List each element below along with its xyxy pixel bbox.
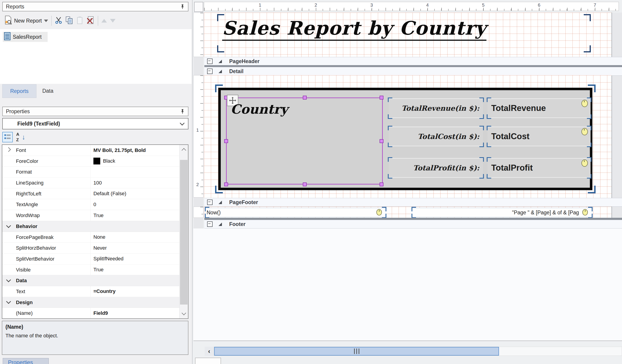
field-totalrevenue[interactable]: TotalRevenue <box>487 98 591 118</box>
label-totalprofit[interactable]: TotalProfit(in $): <box>389 158 483 178</box>
left-panel: Reports New Report <box>0 0 193 364</box>
property-row-wordwrap[interactable]: WordWrap True <box>2 210 188 221</box>
collapse-band-icon[interactable] <box>207 221 213 227</box>
collapse-band-icon[interactable] <box>207 69 213 74</box>
alphabetical-sort-icon[interactable]: AZ↓ <box>16 132 26 142</box>
toolbar-separator <box>51 16 52 26</box>
scroll-down-arrow[interactable] <box>179 309 188 318</box>
property-row-textangle[interactable]: TextAngle 0 <box>2 199 188 210</box>
resize-handle[interactable] <box>224 139 228 143</box>
property-row-forcepagebreak[interactable]: ForcePageBreak None <box>2 232 188 243</box>
label-totalcost[interactable]: TotalCost(in $): <box>389 127 483 146</box>
band-separator[interactable] <box>204 65 622 67</box>
collapse-icon[interactable] <box>6 299 11 304</box>
ruler-corner-box <box>194 2 203 12</box>
panel-tabs: Reports Data <box>0 84 192 98</box>
property-row-name[interactable]: (Name) Field9 <box>2 308 188 319</box>
property-row-font[interactable]: Font MV Boli, 21.75pt, Bold <box>2 145 188 156</box>
band-header-detail[interactable]: Detail <box>204 67 622 76</box>
data-binding-icon <box>582 159 588 167</box>
reports-panel-title: Reports <box>6 4 24 10</box>
paste-icon <box>76 16 83 25</box>
report-title-field[interactable]: Sales Report by Country <box>222 18 486 41</box>
report-designer-window: Reports New Report <box>0 0 622 364</box>
field-totalcost[interactable]: TotalCost <box>487 127 591 146</box>
move-down-icon <box>110 19 116 22</box>
list-item-salesreport[interactable]: SalesReport <box>3 32 48 42</box>
category-row-behavior[interactable]: Behavior <box>2 221 188 232</box>
band-header-pageheader[interactable]: PageHeader <box>204 57 622 66</box>
object-selector-dropdown[interactable]: Field9 (TextField) <box>2 118 188 129</box>
now-field[interactable]: Now() <box>206 208 386 217</box>
data-binding-icon <box>582 209 588 215</box>
resize-handle[interactable] <box>380 139 384 143</box>
collapse-band-icon[interactable] <box>207 200 213 205</box>
reports-toolbar: New Report <box>0 12 192 29</box>
label-totalrevenue[interactable]: TotalRevenue(in $): <box>389 98 483 118</box>
property-row-forecolor[interactable]: ForeColor Black <box>2 156 188 167</box>
chevron-down-icon <box>180 120 185 125</box>
page-right-margin <box>612 13 622 218</box>
property-description-pane: (Name) The name of the object. <box>2 321 188 355</box>
scroll-up-arrow[interactable] <box>179 145 188 154</box>
reports-panel-header: Reports <box>2 2 188 11</box>
band-triangle-icon <box>218 60 222 63</box>
country-field-text: Country <box>231 102 288 117</box>
color-swatch <box>93 158 100 164</box>
report-document-icon <box>4 32 10 42</box>
new-report-button[interactable]: New Report <box>4 16 48 26</box>
toolbar-separator <box>98 16 98 26</box>
horizontal-scrollbar-thumb[interactable] <box>214 347 499 356</box>
band-triangle-icon <box>218 223 222 226</box>
pin-icon[interactable] <box>180 4 185 9</box>
property-row-splithorzbehavior[interactable]: SplitHorzBehavior Never <box>2 243 188 253</box>
properties-panel-title: Properties <box>6 108 30 115</box>
resize-handle[interactable] <box>303 182 307 186</box>
vertical-ruler: 1 2 <box>194 13 203 229</box>
band-header-footer[interactable]: Footer <box>204 220 622 229</box>
property-row-linespacing[interactable]: LineSpacing 100 <box>2 177 188 188</box>
collapse-icon[interactable] <box>6 223 11 228</box>
tab-properties-bottom[interactable]: Properties <box>3 358 49 364</box>
band-separator[interactable] <box>204 218 622 220</box>
scrollbar-thumb[interactable] <box>180 160 188 305</box>
new-report-label: New Report <box>14 18 42 24</box>
category-row-design[interactable]: Design <box>2 297 188 308</box>
property-row-text[interactable]: Text =Country <box>2 286 188 297</box>
resize-handle[interactable] <box>224 182 228 186</box>
properties-panel-header: Properties <box>2 107 188 116</box>
tab-data[interactable]: Data <box>37 84 59 97</box>
selected-object-label: Field9 (TextField) <box>17 121 60 127</box>
resize-handle[interactable] <box>380 96 384 99</box>
move-up-icon <box>101 19 107 22</box>
resize-handle[interactable] <box>303 96 307 99</box>
property-grid-scrollbar[interactable] <box>179 145 188 318</box>
tab-reports[interactable]: Reports <box>2 84 37 98</box>
categorized-view-icon[interactable] <box>2 132 13 142</box>
resize-handle[interactable] <box>380 182 384 186</box>
field-totalprofit[interactable]: TotalProfit <box>487 158 591 178</box>
expand-icon[interactable] <box>6 147 11 152</box>
footer-band-content[interactable] <box>194 229 622 341</box>
delete-report-icon[interactable] <box>86 16 95 25</box>
reports-list[interactable]: SalesReport <box>0 29 192 84</box>
new-report-dropdown-caret[interactable] <box>44 19 48 22</box>
bottom-partial-tab[interactable] <box>195 358 221 364</box>
cut-icon[interactable] <box>55 16 62 25</box>
copy-icon[interactable] <box>65 16 73 25</box>
property-row-righttoleft[interactable]: RightToLeft Default (False) <box>2 188 188 199</box>
collapse-icon[interactable] <box>6 277 11 282</box>
property-row-splitvertbehavior[interactable]: SplitVertBehavior SplitIfNeeded <box>2 253 188 265</box>
property-grid: Font MV Boli, 21.75pt, Bold ForeColor Bl… <box>2 144 188 319</box>
category-row-data[interactable]: Data <box>2 275 188 286</box>
band-header-pagefooter[interactable]: PageFooter <box>204 198 622 207</box>
page-number-field[interactable]: "Page " & [Page] & of & [Pag <box>412 208 592 217</box>
pin-icon[interactable] <box>180 109 185 114</box>
property-row-visible[interactable]: Visible True <box>2 265 188 275</box>
scroll-left-arrow[interactable]: ‹ <box>205 347 214 356</box>
data-binding-icon <box>582 128 588 135</box>
collapse-band-icon[interactable] <box>207 58 213 64</box>
horizontal-ruler: 1 2 3 4 5 6 7 <box>204 2 619 11</box>
property-row-format[interactable]: Format <box>2 167 188 177</box>
property-grid-toolbar: AZ↓ <box>2 132 26 143</box>
